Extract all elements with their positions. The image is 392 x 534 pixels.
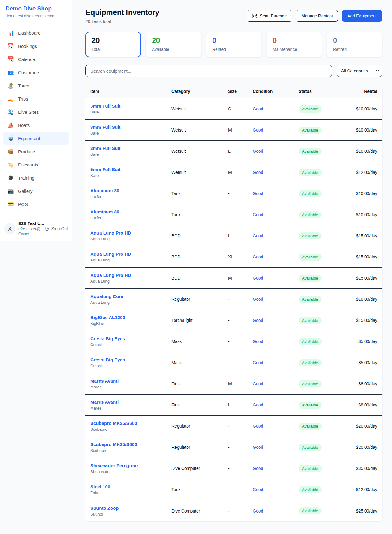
status-badge: Available [299, 423, 322, 430]
stat-label: Maintenance [273, 47, 316, 52]
sidebar-item-calendar[interactable]: 📆Calendar [3, 53, 69, 66]
condition-link[interactable]: Good [253, 297, 299, 302]
column-header-condition: Condition [253, 89, 299, 94]
item-name-link[interactable]: Scubapro MK25/S600 [90, 421, 172, 426]
sidebar-item-label: Dashboard [18, 30, 40, 36]
sidebar-item-label: Boats [18, 123, 30, 128]
item-name-link[interactable]: 5mm Full Suit [90, 167, 172, 172]
category-select[interactable]: All Categories [337, 65, 382, 77]
item-brand: Scubapro [90, 448, 172, 453]
sidebar-item-label: Customers [18, 70, 40, 75]
sign-out-button[interactable]: Sign Out [45, 226, 68, 231]
condition-link[interactable]: Good [253, 445, 299, 450]
item-cell: Mares AvantiMares [90, 399, 172, 410]
condition-link[interactable]: Good [253, 381, 299, 386]
item-name-link[interactable]: Aluminum 80 [90, 209, 172, 214]
category-cell: Wetsuit [172, 128, 228, 132]
sidebar-item-trips[interactable]: 🚤Trips [3, 93, 69, 105]
condition-link[interactable]: Good [253, 466, 299, 471]
manage-rentals-button[interactable]: Manage Rentals [296, 10, 338, 22]
scan-barcode-button[interactable]: Scan Barcode [247, 10, 292, 22]
table-row: 3mm Full SuitBareWetsuitLGoodAvailable$1… [85, 141, 382, 162]
condition-link[interactable]: Good [253, 212, 299, 217]
table-row: Scubapro MK25/S600ScubaproRegulator-Good… [85, 416, 382, 437]
sidebar-item-pos[interactable]: 💳POS [3, 198, 69, 211]
sidebar-item-equipment[interactable]: 🤿Equipment [3, 132, 69, 145]
stat-value: 0 [212, 36, 255, 45]
stat-value: 20 [92, 36, 135, 45]
stat-label: Total [92, 47, 135, 52]
condition-link[interactable]: Good [253, 191, 299, 196]
stat-card-rented[interactable]: 0Rented [206, 32, 262, 57]
table-row: 3mm Full SuitBareWetsuitSGoodAvailable$1… [85, 98, 382, 120]
brand-name[interactable]: Demo Dive Shop [6, 5, 66, 12]
item-name-link[interactable]: Scubapro MK25/S600 [90, 442, 172, 447]
condition-link[interactable]: Good [253, 487, 299, 492]
condition-link[interactable]: Good [253, 509, 299, 513]
camera-icon: 📸 [7, 188, 14, 194]
condition-link[interactable]: Good [253, 233, 299, 238]
sidebar-item-bookings[interactable]: 📅Bookings [3, 40, 69, 52]
sidebar-item-boats[interactable]: ⛵Boats [3, 119, 69, 132]
stat-card-retired[interactable]: 0Retired [327, 32, 382, 57]
condition-link[interactable]: Good [253, 106, 299, 111]
table-row: Mares AvantiMaresFinsLGoodAvailable$8.00… [85, 395, 382, 416]
rental-rate: $20.00/day [351, 424, 377, 429]
logout-icon [45, 226, 50, 231]
item-name-link[interactable]: Steel 100 [90, 484, 172, 489]
search-input[interactable] [85, 65, 332, 77]
item-name-link[interactable]: Aqua Lung Pro HD [90, 251, 172, 257]
item-name-link[interactable]: 3mm Full Suit [90, 146, 172, 151]
condition-link[interactable]: Good [253, 402, 299, 407]
item-name-link[interactable]: BigBlue AL1200 [90, 315, 172, 320]
rental-rate: $15.00/day [351, 318, 377, 323]
item-name-link[interactable]: 3mm Full Suit [90, 124, 172, 130]
island-icon: 🏝️ [7, 82, 14, 89]
page-title: Equipment Inventory [85, 8, 159, 17]
stat-value: 0 [273, 36, 316, 45]
condition-link[interactable]: Good [253, 149, 299, 154]
people-icon: 👥 [7, 69, 14, 76]
sidebar-item-discounts[interactable]: 🏷️Discounts [3, 158, 69, 171]
rental-rate: $15.00/day [351, 254, 377, 259]
sidebar-item-training[interactable]: 🎓Training [3, 172, 69, 184]
condition-link[interactable]: Good [253, 254, 299, 259]
item-name-link[interactable]: Shearwater Peregrine [90, 463, 172, 468]
item-cell: Cressi Big EyesCressi [90, 336, 172, 347]
item-name-link[interactable]: Aqua Lung Pro HD [90, 273, 172, 278]
item-name-link[interactable]: Aluminum 80 [90, 188, 172, 193]
condition-link[interactable]: Good [253, 339, 299, 344]
table-row: Scubapro MK25/S600ScubaproRegulator-Good… [85, 437, 382, 458]
category-cell: Tank [172, 191, 228, 196]
condition-link[interactable]: Good [253, 424, 299, 429]
stat-card-available[interactable]: 20Available [146, 32, 201, 57]
credit-card-icon: 💳 [7, 201, 14, 208]
status-cell: Available [299, 486, 351, 493]
stat-card-maintenance[interactable]: 0Maintenance [266, 32, 322, 57]
add-equipment-button[interactable]: Add Equipment [342, 10, 382, 22]
condition-link[interactable]: Good [253, 128, 299, 132]
item-name-link[interactable]: Cressi Big Eyes [90, 357, 172, 362]
sidebar-item-dashboard[interactable]: 📊Dashboard [3, 27, 69, 39]
sidebar-item-gallery[interactable]: 📸Gallery [3, 185, 69, 197]
sidebar-item-products[interactable]: 📦Products [3, 145, 69, 158]
condition-link[interactable]: Good [253, 276, 299, 280]
status-cell: Available [299, 444, 351, 451]
item-name-link[interactable]: Mares Avanti [90, 399, 172, 405]
condition-link[interactable]: Good [253, 360, 299, 365]
item-name-link[interactable]: Suunto Zoop [90, 505, 172, 511]
condition-link[interactable]: Good [253, 170, 299, 175]
condition-link[interactable]: Good [253, 318, 299, 323]
item-name-link[interactable]: 3mm Full Suit [90, 103, 172, 109]
item-name-link[interactable]: Cressi Big Eyes [90, 336, 172, 341]
item-brand: Mares [90, 406, 172, 410]
sidebar-item-tours[interactable]: 🏝️Tours [3, 79, 69, 92]
item-name-link[interactable]: Aqualung Core [90, 294, 172, 299]
sidebar-item-dive-sites[interactable]: 🌊Dive Sites [3, 106, 69, 118]
stat-card-total[interactable]: 20Total [85, 32, 141, 57]
item-name-link[interactable]: Mares Avanti [90, 378, 172, 383]
size-cell: - [228, 297, 253, 302]
stat-label: Rented [212, 47, 255, 52]
sidebar-item-customers[interactable]: 👥Customers [3, 66, 69, 79]
item-name-link[interactable]: Aqua Lung Pro HD [90, 230, 172, 235]
